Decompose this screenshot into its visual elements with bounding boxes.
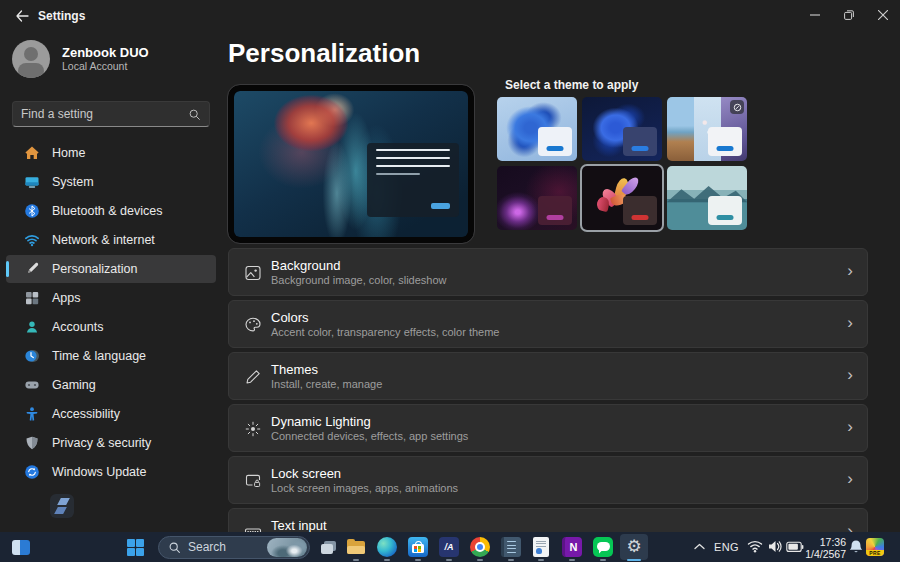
chevron-right-icon: ›	[847, 469, 853, 489]
wifi-icon	[24, 232, 40, 248]
language-indicator[interactable]: ENG	[714, 541, 739, 553]
notification-bell-button[interactable]	[849, 539, 863, 555]
sidebar: Zenbook DUO Local Account Home System Bl…	[0, 30, 222, 532]
running-indicator	[415, 559, 421, 562]
row-colors[interactable]: Colors Accent color, transparency effect…	[228, 300, 868, 348]
sidebar-item-windows-update[interactable]: Windows Update	[6, 458, 216, 486]
screenxpert-floating-icon[interactable]	[50, 494, 74, 518]
back-button[interactable]	[10, 6, 34, 26]
minimize-icon	[810, 10, 820, 20]
theme-mini-card	[708, 196, 742, 225]
myasus-button[interactable]: /A	[437, 535, 461, 559]
theme-mini-card	[538, 127, 572, 156]
sun-burst-icon	[244, 420, 262, 438]
copilot-preview-button[interactable]: PRE	[866, 538, 884, 556]
taskbar-search[interactable]: Search	[158, 536, 310, 559]
clock-globe-icon	[24, 348, 40, 364]
user-account-type: Local Account	[62, 60, 149, 73]
notepad-button[interactable]	[499, 535, 523, 559]
close-button[interactable]	[866, 0, 900, 30]
running-indicator	[538, 559, 544, 562]
settings-search-input[interactable]	[13, 107, 188, 121]
taskbar: Search /A N ⚙ ENG 17:36 1/4/2567 PRE	[0, 532, 900, 562]
chrome-icon	[470, 537, 490, 557]
theme-thumbnail-purple-glow[interactable]	[497, 166, 577, 230]
sidebar-item-label: Accounts	[52, 320, 103, 334]
settings-app-button[interactable]: ⚙	[622, 535, 646, 559]
search-icon	[188, 108, 201, 121]
running-indicator	[569, 559, 575, 562]
user-account-card[interactable]: Zenbook DUO Local Account	[12, 40, 149, 78]
avatar	[12, 40, 50, 78]
settings-search[interactable]	[12, 101, 210, 127]
row-text-input[interactable]: Text input ›	[228, 508, 868, 532]
palette-icon	[244, 316, 262, 334]
sidebar-item-apps[interactable]: Apps	[6, 284, 216, 312]
taskbar-clock[interactable]: 17:36 1/4/2567	[800, 536, 846, 560]
task-view-button[interactable]	[320, 532, 337, 562]
line-app-icon	[593, 537, 613, 557]
row-subtitle: Install, create, manage	[271, 378, 382, 390]
sidebar-item-gaming[interactable]: Gaming	[6, 371, 216, 399]
line-app-button[interactable]	[591, 535, 615, 559]
tray-volume-icon[interactable]	[767, 539, 783, 554]
theme-thumbnail-photo-collage[interactable]	[667, 97, 747, 161]
taskbar-search-label: Search	[188, 540, 267, 554]
sidebar-item-label: Home	[52, 146, 85, 160]
minimize-button[interactable]	[798, 0, 832, 30]
sidebar-item-system[interactable]: System	[6, 168, 216, 196]
theme-section-label: Select a theme to apply	[505, 78, 638, 92]
document-app-button[interactable]	[529, 535, 553, 559]
row-title: Background	[271, 258, 340, 273]
sidebar-item-privacy-security[interactable]: Privacy & security	[6, 429, 216, 457]
main-content: Personalization Select a theme to apply	[228, 30, 900, 532]
sidebar-item-network-internet[interactable]: Network & internet	[6, 226, 216, 254]
onenote-button[interactable]: N	[560, 535, 584, 559]
onenote-icon: N	[562, 537, 582, 557]
tray-date: 1/4/2567	[800, 548, 846, 560]
row-subtitle: Accent color, transparency effects, colo…	[271, 326, 499, 338]
chrome-button[interactable]	[468, 535, 492, 559]
theme-thumbnail-windows-dark[interactable]	[582, 97, 662, 161]
sidebar-item-label: Privacy & security	[52, 436, 151, 450]
row-lock-screen[interactable]: Lock screen Lock screen images, apps, an…	[228, 456, 868, 504]
edge-button[interactable]	[375, 535, 399, 559]
sidebar-item-home[interactable]: Home	[6, 139, 216, 167]
widgets-button[interactable]	[12, 532, 30, 562]
sidebar-item-time-language[interactable]: Time & language	[6, 342, 216, 370]
row-subtitle: Connected devices, effects, app settings	[271, 430, 468, 442]
sidebar-item-accounts[interactable]: Accounts	[6, 313, 216, 341]
row-themes[interactable]: Themes Install, create, manage ›	[228, 352, 868, 400]
personalization-brush-icon	[24, 261, 40, 277]
copilot-pre-badge: PRE	[866, 550, 884, 557]
row-dynamic-lighting[interactable]: Dynamic Lighting Connected devices, effe…	[228, 404, 868, 452]
row-title: Colors	[271, 310, 309, 325]
theme-thumbnail-windows-light[interactable]	[497, 97, 577, 161]
restore-button[interactable]	[832, 0, 866, 30]
gear-icon: ⚙	[626, 537, 641, 557]
theme-thumbnail-landscape[interactable]	[667, 166, 747, 230]
sidebar-item-accessibility[interactable]: Accessibility	[6, 400, 216, 428]
sidebar-item-personalization[interactable]: Personalization	[6, 255, 216, 283]
microsoft-store-button[interactable]	[406, 535, 430, 559]
titlebar: Settings	[0, 0, 900, 30]
theme-badge-icon	[730, 100, 744, 114]
running-indicator	[353, 559, 359, 562]
sidebar-item-bluetooth-devices[interactable]: Bluetooth & devices	[6, 197, 216, 225]
windows-logo-icon	[127, 539, 144, 556]
tray-overflow-button[interactable]	[694, 543, 705, 550]
theme-mini-card	[708, 127, 742, 156]
file-explorer-icon	[346, 537, 366, 557]
close-icon	[878, 10, 888, 20]
running-indicator	[477, 559, 483, 562]
theme-thumbnail-flower-selected[interactable]	[582, 166, 662, 230]
widgets-icon	[12, 540, 30, 555]
file-explorer-button[interactable]	[344, 535, 368, 559]
sidebar-item-label: Apps	[52, 291, 81, 305]
tray-wifi-icon[interactable]	[747, 539, 763, 553]
sidebar-item-label: Accessibility	[52, 407, 120, 421]
row-background[interactable]: Background Background image, color, slid…	[228, 248, 868, 296]
shield-icon	[24, 435, 40, 451]
update-icon	[24, 464, 40, 480]
start-button[interactable]	[127, 532, 144, 562]
